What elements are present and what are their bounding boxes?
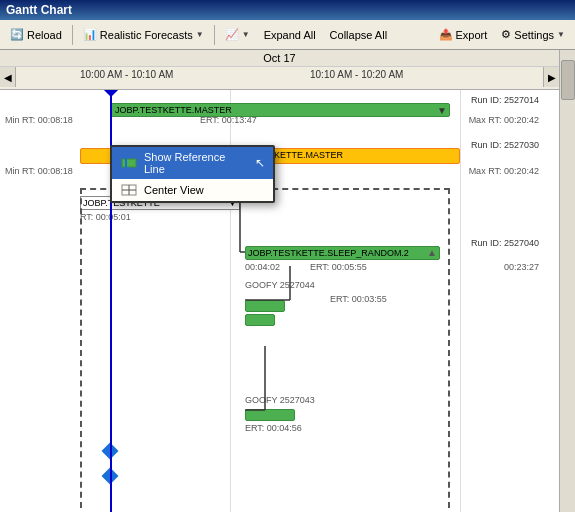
bar-4[interactable]: JOBP.TESTKETTE.SLEEP_RANDOM.2 ▲ <box>245 246 440 260</box>
gantt-row-5: GOOFY 2527044 ERT: 00:03:55 <box>0 280 559 330</box>
chart-icon: 📈 <box>225 28 239 41</box>
main-area: Oct 17 ◀ 10:00 AM - 10:10 AM 10:10 AM - … <box>0 50 575 512</box>
selection-box <box>80 188 450 512</box>
run-goofy-1: GOOFY 2527044 <box>245 280 315 290</box>
menu-item-show-reference-line[interactable]: Show Reference Line ↖ <box>112 147 273 179</box>
run-id-2: Run ID: 2527030 <box>471 140 539 150</box>
stat-min4: 00:04:02 <box>245 262 280 272</box>
collapse-all-button[interactable]: Collapse All <box>324 23 393 47</box>
expand-all-button[interactable]: Expand All <box>258 23 322 47</box>
bar-6[interactable] <box>245 409 295 421</box>
realistic-forecasts-button[interactable]: 📊 Realistic Forecasts ▼ <box>77 23 210 47</box>
toolbar: 🔄 Reload 📊 Realistic Forecasts ▼ 📈 ▼ Exp… <box>0 20 575 50</box>
stat-rt-3: RT: 00:05:01 <box>80 212 131 222</box>
forecast-dropdown-arrow: ▼ <box>196 30 204 39</box>
separator-2 <box>214 25 215 45</box>
run-goofy-2: GOOFY 2527043 <box>245 395 315 405</box>
vertical-scroll-thumb[interactable] <box>561 60 575 100</box>
gantt-body[interactable]: JOBP.TESTKETTE.MASTER ▼ Run ID: 2527014 … <box>0 90 559 512</box>
settings-dropdown-arrow: ▼ <box>557 30 565 39</box>
bar-1-label: JOBP.TESTKETTE.MASTER <box>115 105 232 115</box>
run-id-1: Run ID: 2527014 <box>471 95 539 105</box>
stat-max4: 00:23:27 <box>504 262 539 272</box>
title-text: Gantt Chart <box>6 3 72 17</box>
left-arrow-icon: ◀ <box>4 72 12 83</box>
stat-ert-4: ERT: 00:05:55 <box>310 262 367 272</box>
right-arrow-icon: ▶ <box>548 72 556 83</box>
center-view-icon <box>120 183 138 197</box>
stat-minrt-2: Min RT: 00:08:18 <box>5 166 73 176</box>
stat-maxrt-2: Max RT: 00:20:42 <box>469 166 539 176</box>
bar-5b[interactable] <box>245 314 275 326</box>
gantt-row-2: Run ID: 2527030 Name: JOBP.TESTKETTE.MAS… <box>0 140 559 180</box>
chart-dropdown-arrow: ▼ <box>242 30 250 39</box>
gantt-row-4: Run ID: 2527040 JOBP.TESTKETTE.SLEEP_RAN… <box>0 238 559 273</box>
forecast-icon: 📊 <box>83 28 97 41</box>
bar-4-up-marker: ▲ <box>427 247 437 258</box>
timeline-scroll-left[interactable]: ◀ <box>0 67 16 87</box>
bar-5a[interactable] <box>245 300 285 312</box>
show-reference-line-icon <box>120 156 138 170</box>
title-bar: Gantt Chart <box>0 0 575 20</box>
time-marker-2: 10:10 AM - 10:20 AM <box>310 69 403 80</box>
gantt-row-1: JOBP.TESTKETTE.MASTER ▼ Run ID: 2527014 … <box>0 95 559 125</box>
export-icon: 📤 <box>439 28 453 41</box>
stat-maxrt-1: Max RT: 00:20:42 <box>469 115 539 125</box>
menu-item-center-view[interactable]: Center View <box>112 179 273 201</box>
timeline-header: Oct 17 ◀ 10:00 AM - 10:10 AM 10:10 AM - … <box>0 50 559 90</box>
cursor-indicator: ↖ <box>255 156 265 170</box>
time-marker-1: 10:00 AM - 10:10 AM <box>80 69 173 80</box>
settings-icon: ⚙ <box>501 28 511 41</box>
gantt-row-6: GOOFY 2527043 ERT: 00:04:56 <box>0 395 559 435</box>
right-scrollbar[interactable] <box>559 50 575 512</box>
bar-1[interactable]: JOBP.TESTKETTE.MASTER ▼ <box>110 103 450 117</box>
stat-ert-6: ERT: 00:04:56 <box>245 423 302 433</box>
stat-ert-1: ERT: 00:13:47 <box>200 115 257 125</box>
timeline-scroll-right[interactable]: ▶ <box>543 67 559 87</box>
reload-icon: 🔄 <box>10 28 24 41</box>
bar-1-marker: ▼ <box>437 105 447 116</box>
gantt-content[interactable]: Oct 17 ◀ 10:00 AM - 10:10 AM 10:10 AM - … <box>0 50 559 512</box>
something-button[interactable]: 📈 ▼ <box>219 23 256 47</box>
gantt-row-3: 2527031 JOBP.TESTKETTE ▼ RT: 00:05:01 <box>0 188 559 223</box>
bar-4-label: JOBP.TESTKETTE.SLEEP_RANDOM.2 <box>248 248 409 258</box>
svg-rect-6 <box>122 159 136 167</box>
settings-button[interactable]: ⚙ Settings ▼ <box>495 23 571 47</box>
stat-minrt-1: Min RT: 00:08:18 <box>5 115 73 125</box>
timeline-times: ◀ 10:00 AM - 10:10 AM 10:10 AM - 10:20 A… <box>0 67 559 87</box>
separator-1 <box>72 25 73 45</box>
run-id-4: Run ID: 2527040 <box>471 238 539 248</box>
reload-button[interactable]: 🔄 Reload <box>4 23 68 47</box>
timeline-date: Oct 17 <box>0 50 559 67</box>
export-button[interactable]: 📤 Export <box>433 23 494 47</box>
stat-ert-5: ERT: 00:03:55 <box>330 294 387 304</box>
context-menu: Show Reference Line ↖ Center View <box>110 145 275 203</box>
